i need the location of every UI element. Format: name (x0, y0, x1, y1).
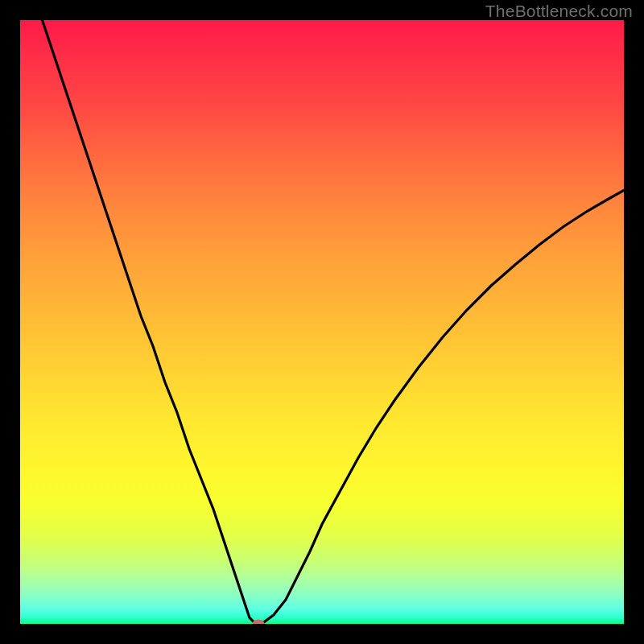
watermark-text: TheBottleneck.com (485, 2, 633, 21)
curve-svg (20, 20, 624, 624)
plot-area (20, 20, 624, 624)
minimum-marker (253, 620, 265, 625)
chart-frame: TheBottleneck.com (0, 0, 644, 644)
bottleneck-curve (20, 20, 624, 624)
